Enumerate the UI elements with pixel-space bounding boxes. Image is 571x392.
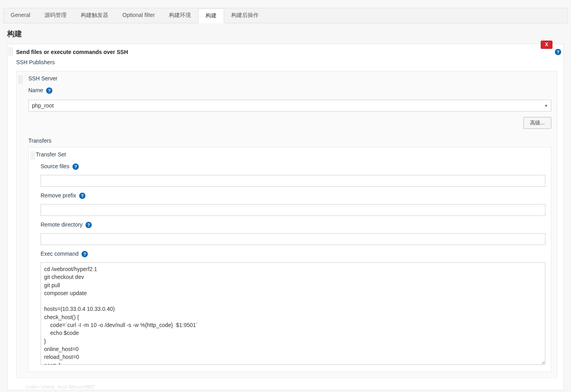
help-icon[interactable]: ? xyxy=(79,193,85,199)
exec-command-label: Exec command xyxy=(41,251,78,257)
transfers-label: Transfers xyxy=(28,137,551,144)
tab-build-env[interactable]: 构建环境 xyxy=(162,8,198,23)
drag-handle-icon[interactable] xyxy=(30,151,35,160)
remove-prefix-label: Remove prefix xyxy=(41,192,76,199)
tab-triggers[interactable]: 构建触发器 xyxy=(74,8,115,23)
tab-general[interactable]: General xyxy=(4,8,37,23)
ssh-server-title: SSH Server xyxy=(28,75,551,82)
build-step-title: Send files or execute commands over SSH xyxy=(16,49,128,55)
remote-directory-label: Remote directory xyxy=(41,221,83,228)
help-icon[interactable]: ? xyxy=(82,251,88,257)
exec-command-textarea[interactable] xyxy=(41,262,545,365)
name-label: Name xyxy=(28,87,43,93)
help-icon[interactable]: ? xyxy=(46,87,52,94)
advanced-button[interactable]: 高级... xyxy=(523,117,551,129)
source-files-label: Source files xyxy=(41,163,69,169)
source-files-input[interactable] xyxy=(41,175,545,187)
ssh-server-name-select[interactable]: php_root xyxy=(28,100,551,111)
ssh-publishers-label: SSH Publishers xyxy=(7,57,564,67)
help-icon[interactable]: ? xyxy=(85,222,92,228)
transfer-set-title: Transfer Set xyxy=(36,151,545,158)
transfer-set-box: Transfer Set Source files ? Remove prefi… xyxy=(28,147,551,372)
remote-directory-input[interactable] xyxy=(41,233,545,245)
tab-optional-filter[interactable]: Optional filter xyxy=(115,8,162,23)
help-icon[interactable]: ? xyxy=(72,163,79,170)
config-tabs: General 源码管理 构建触发器 Optional filter 构建环境 … xyxy=(3,8,568,23)
drag-handle-icon[interactable] xyxy=(18,75,23,84)
tab-build[interactable]: 构建 xyxy=(198,8,224,23)
ssh-server-box: SSH Server Name ? php_root 高级... Transfe… xyxy=(16,71,557,378)
build-step-panel: X Send files or execute commands over SS… xyxy=(7,44,564,390)
section-title: 构建 xyxy=(0,23,571,44)
remove-prefix-input[interactable] xyxy=(41,204,545,216)
overflow-code-line: code=`check_host ${hosts[$i]}` xyxy=(7,383,564,390)
help-icon[interactable]: ? xyxy=(555,49,561,55)
tab-source[interactable]: 源码管理 xyxy=(37,8,74,23)
tab-post-build[interactable]: 构建后操作 xyxy=(224,8,266,23)
